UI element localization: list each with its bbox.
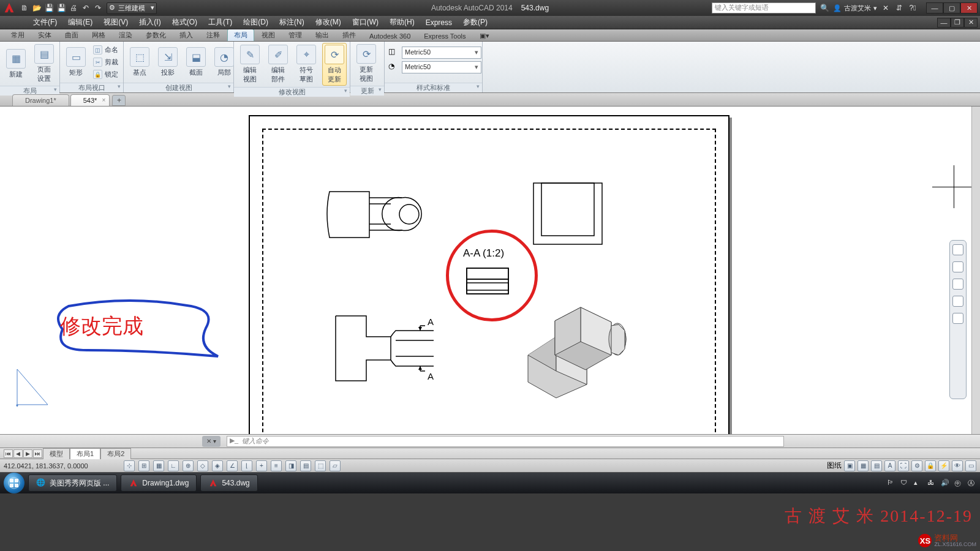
status-model-or-paper[interactable]: ▣ — [844, 460, 855, 471]
doc-tab-543[interactable]: 543*× — [70, 94, 110, 106]
menu-window[interactable]: 窗口(W) — [352, 17, 379, 28]
tray-ime-icon[interactable]: ㊥ — [954, 479, 963, 487]
menu-parametric[interactable]: 参数(P) — [463, 17, 488, 28]
projected-view-button[interactable]: ⇲投影 — [156, 46, 180, 78]
nav-pan-icon[interactable] — [952, 261, 963, 272]
cmdline-close[interactable]: ✕ ▾ — [202, 436, 221, 447]
help-icon[interactable]: ?⃝ — [908, 3, 918, 13]
ribbon-tab-insert[interactable]: 插入 — [173, 29, 199, 41]
base-view-button[interactable]: ⬚基点 — [127, 46, 152, 78]
doc-minimize[interactable]: — — [937, 18, 951, 28]
tray-net-icon[interactable]: 🖧 — [927, 479, 936, 487]
ribbon-tab-manage[interactable]: 管理 — [282, 29, 308, 41]
new-doc-tab[interactable]: + — [112, 95, 126, 106]
status-qp[interactable]: ▤ — [300, 460, 311, 471]
layout-nav-first[interactable]: ⏮ — [4, 449, 13, 458]
qat-saveas-icon[interactable]: 💾 — [56, 3, 66, 13]
ribbon-tab-addins[interactable]: 插件 — [336, 29, 362, 41]
status-ducs[interactable]: ⌊ — [241, 460, 252, 471]
workspace-dropdown[interactable]: 三维建模 — [107, 2, 157, 14]
layout-nav-next[interactable]: ▶ — [23, 449, 32, 458]
layout-tab-model[interactable]: 模型 — [43, 448, 70, 459]
status-lwt[interactable]: ≡ — [271, 460, 282, 471]
new-layout-button[interactable]: ▦新建 — [4, 48, 28, 80]
nav-zoom-icon[interactable] — [952, 279, 963, 290]
search-icon[interactable]: 🔍 — [820, 3, 829, 13]
lock-viewport-button[interactable]: 🔒锁定 — [92, 69, 119, 80]
panel-title-stylestd[interactable]: 样式和标准 — [385, 83, 482, 92]
ribbon-tab-output[interactable]: 输出 — [309, 29, 335, 41]
status-snap[interactable]: ⊞ — [138, 460, 149, 471]
tray-chevron-icon[interactable]: ▴ — [914, 479, 922, 487]
status-osnap[interactable]: ◇ — [197, 460, 208, 471]
ribbon-tab-home[interactable]: 常用 — [5, 29, 31, 41]
status-isolate[interactable]: 👁 — [952, 460, 963, 471]
status-ortho[interactable]: ∟ — [168, 460, 179, 471]
ribbon-tab-view[interactable]: 视图 — [255, 29, 281, 41]
ribbon-collapse[interactable]: ▣▾ — [473, 31, 496, 41]
menu-tools[interactable]: 工具(T) — [208, 17, 232, 28]
task-543[interactable]: 543.dwg — [200, 474, 257, 492]
task-drawing1[interactable]: Drawing1.dwg — [121, 474, 197, 492]
symbol-sketch-button[interactable]: ⌖符号 草图 — [294, 43, 318, 85]
close-tab-icon[interactable]: × — [102, 97, 106, 103]
detail-style-dropdown[interactable]: Metric50 — [402, 61, 481, 73]
status-paper[interactable]: ▱ — [330, 460, 341, 471]
layout-nav-last[interactable]: ⏭ — [33, 449, 42, 458]
ribbon-tab-layout[interactable]: 布局 — [227, 29, 254, 41]
panel-title-createview[interactable]: 创建视图 — [124, 83, 233, 92]
stayconnected-icon[interactable]: ⇵ — [894, 3, 904, 13]
status-otrack[interactable]: ∠ — [227, 460, 238, 471]
qat-undo-icon[interactable]: ↶ — [81, 3, 91, 13]
ribbon-tab-express[interactable]: Express Tools — [418, 31, 472, 41]
signin-user[interactable]: 👤 古渡艾米 ▾ — [833, 4, 877, 13]
menu-format[interactable]: 格式(O) — [172, 17, 197, 28]
tray-flag-icon[interactable]: 🏳 — [887, 479, 895, 487]
menu-insert[interactable]: 插入(I) — [139, 17, 160, 28]
help-search[interactable]: 键入关键字或短语 — [712, 2, 816, 13]
doc-close[interactable]: ✕ — [964, 18, 978, 28]
status-grid[interactable]: ▦ — [153, 460, 164, 471]
status-tpy[interactable]: ◨ — [285, 460, 296, 471]
ribbon-tab-parametric[interactable]: 参数化 — [140, 29, 172, 41]
menu-file[interactable]: 文件(F) — [33, 17, 57, 28]
nav-fullnav-icon[interactable] — [952, 244, 963, 255]
status-annovis[interactable]: ⛶ — [898, 460, 909, 471]
edit-view-button[interactable]: ✎编辑 视图 — [238, 43, 262, 85]
menu-help[interactable]: 帮助(H) — [390, 17, 415, 28]
status-ws[interactable]: ⚙ — [911, 460, 922, 471]
ribbon-tab-a360[interactable]: Autodesk 360 — [363, 31, 417, 41]
close-button[interactable]: ✕ — [960, 2, 978, 13]
status-quickview-layouts[interactable]: ▦ — [858, 460, 869, 471]
ribbon-tab-render[interactable]: 渲染 — [113, 29, 138, 41]
status-polar[interactable]: ⊕ — [183, 460, 194, 471]
scrollbar-vertical[interactable] — [971, 107, 980, 434]
exchange-icon[interactable]: ✕ — [881, 3, 891, 13]
command-input[interactable]: 键入命令 — [227, 436, 784, 447]
menu-express[interactable]: Express — [426, 18, 452, 27]
update-view-button[interactable]: ⟳更新 视图 — [354, 43, 379, 84]
auto-update-button[interactable]: ⟳自动 更新 — [322, 43, 347, 86]
qat-redo-icon[interactable]: ↷ — [93, 3, 103, 13]
task-meitu[interactable]: 🌐美图秀秀网页版 ... — [28, 474, 117, 492]
nav-orbit-icon[interactable] — [952, 296, 963, 307]
status-sc[interactable]: ⬚ — [315, 460, 326, 471]
edit-component-button[interactable]: ✐编辑 部件 — [266, 43, 290, 85]
ribbon-tab-solid[interactable]: 实体 — [32, 29, 58, 41]
maximize-button[interactable]: ▢ — [943, 2, 960, 13]
qat-print-icon[interactable]: 🖨 — [69, 3, 78, 13]
status-annoscale[interactable]: A — [884, 460, 895, 471]
status-hardware-accel[interactable]: ⚡ — [938, 460, 949, 471]
status-toolbar-lock[interactable]: 🔒 — [925, 460, 936, 471]
layout-tab-1[interactable]: 布局1 — [70, 448, 100, 459]
clip-viewport-button[interactable]: ✂剪裁 — [92, 57, 119, 68]
detail-view-button[interactable]: ◔局部 — [212, 46, 236, 78]
rect-viewport-button[interactable]: ▭矩形 — [64, 46, 88, 78]
named-viewport-button[interactable]: ◫命名 — [92, 45, 119, 56]
tray-safe-icon[interactable]: 🛡 — [900, 479, 909, 487]
drawing-canvas[interactable]: A-A (1:2) A A — [0, 107, 980, 435]
panel-title-update[interactable]: 更新 — [350, 86, 384, 96]
menu-dimension[interactable]: 标注(N) — [279, 17, 304, 28]
menu-modify[interactable]: 修改(M) — [315, 17, 341, 28]
ribbon-tab-surface[interactable]: 曲面 — [59, 29, 85, 41]
